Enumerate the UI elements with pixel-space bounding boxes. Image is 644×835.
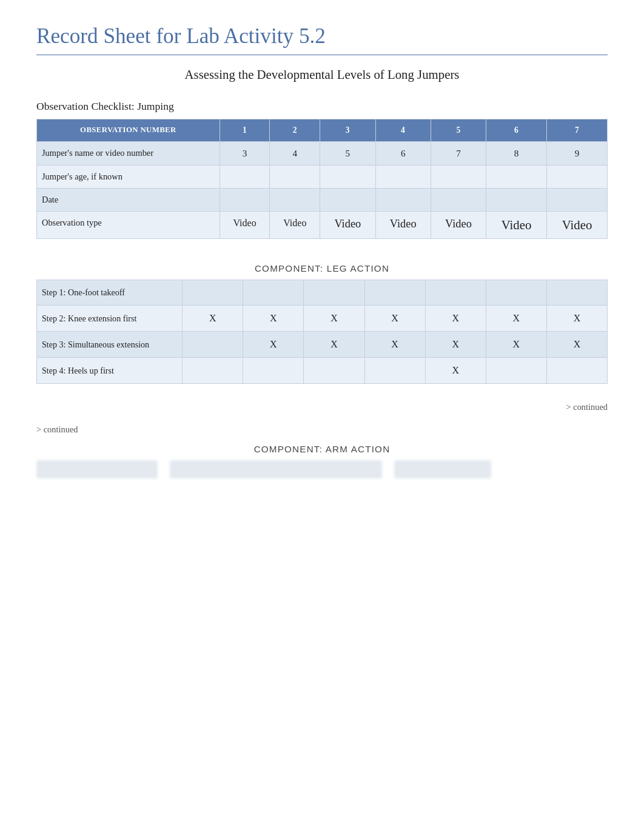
leg-mark-r0-c1 [243,280,304,306]
page-title: Record Sheet for Lab Activity 5.2 [36,24,608,49]
obs-col-7: 7 [547,119,608,142]
obs-cell-r3-c6: Video [547,212,608,239]
leg-mark-r1-c1: X [243,306,304,332]
subtitle: Assessing the Developmental Levels of Lo… [36,67,608,82]
leg-step-label-3: Step 4: Heels up first [37,358,183,384]
arm-action-section: COMPONENT: ARM ACTION [36,444,608,478]
leg-mark-r0-c3 [364,280,425,306]
leg-mark-r2-c1: X [243,332,304,358]
obs-row-label-3: Observation type [37,212,220,239]
obs-cell-r2-c3 [375,189,431,212]
obs-cell-r3-c0: Video [220,212,270,239]
obs-cell-r1-c6 [547,166,608,189]
arm-action-blurred [36,460,608,478]
obs-cell-r1-c5 [486,166,547,189]
title-divider [36,55,608,55]
obs-cell-r0-c3: 6 [375,142,431,166]
obs-cell-r0-c2: 5 [320,142,375,166]
arm-action-title: COMPONENT: ARM ACTION [36,444,608,454]
blur-block-2 [170,460,382,478]
leg-step-label-2: Step 3: Simultaneous extension [37,332,183,358]
obs-cell-r0-c6: 9 [547,142,608,166]
leg-mark-r2-c5: X [486,332,546,358]
leg-mark-r3-c6 [546,358,607,384]
leg-mark-r2-c2: X [304,332,364,358]
obs-cell-r1-c4 [431,166,486,189]
obs-cell-r1-c1 [270,166,320,189]
leg-mark-r3-c3 [364,358,425,384]
obs-cell-r2-c4 [431,189,486,212]
continued-right: > continued [36,402,608,412]
obs-cell-r2-c2 [320,189,375,212]
leg-mark-r2-c0 [183,332,243,358]
leg-mark-r3-c0 [183,358,243,384]
leg-mark-r1-c6: X [546,306,607,332]
obs-cell-r3-c4: Video [431,212,486,239]
obs-cell-r2-c0 [220,189,270,212]
leg-mark-r2-c6: X [546,332,607,358]
leg-mark-r1-c3: X [364,306,425,332]
obs-cell-r0-c0: 3 [220,142,270,166]
obs-cell-r1-c3 [375,166,431,189]
obs-cell-r1-c0 [220,166,270,189]
leg-mark-r0-c5 [486,280,546,306]
observation-table: OBSERVATION NUMBER 1 2 3 4 5 6 7 Jumper'… [36,119,608,239]
leg-mark-r1-c2: X [304,306,364,332]
leg-mark-r0-c0 [183,280,243,306]
obs-row-label-1: Jumper's age, if known [37,166,220,189]
leg-mark-r3-c5 [486,358,546,384]
continued-left: > continued [36,424,608,435]
leg-mark-r3-c2 [304,358,364,384]
obs-cell-r0-c1: 4 [270,142,320,166]
checklist-title: Observation Checklist: Jumping [36,100,608,113]
obs-col-5: 5 [431,119,486,142]
leg-action-table: Step 1: One-foot takeoffStep 2: Knee ext… [36,280,608,384]
leg-mark-r1-c0: X [183,306,243,332]
obs-header-label: OBSERVATION NUMBER [37,119,220,142]
obs-cell-r2-c5 [486,189,547,212]
leg-mark-r2-c4: X [425,332,486,358]
leg-mark-r0-c2 [304,280,364,306]
obs-col-2: 2 [270,119,320,142]
obs-cell-r1-c2 [320,166,375,189]
obs-cell-r0-c5: 8 [486,142,547,166]
obs-row-label-0: Jumper's name or video number [37,142,220,166]
obs-cell-r0-c4: 7 [431,142,486,166]
leg-mark-r1-c5: X [486,306,546,332]
obs-cell-r3-c2: Video [320,212,375,239]
leg-mark-r3-c4: X [425,358,486,384]
leg-action-title: COMPONENT: LEG ACTION [36,263,608,273]
leg-step-label-1: Step 2: Knee extension first [37,306,183,332]
leg-mark-r0-c6 [546,280,607,306]
leg-action-section: COMPONENT: LEG ACTION Step 1: One-foot t… [36,263,608,384]
leg-step-label-0: Step 1: One-foot takeoff [37,280,183,306]
obs-col-4: 4 [375,119,431,142]
obs-cell-r3-c3: Video [375,212,431,239]
leg-mark-r2-c3: X [364,332,425,358]
obs-row-label-2: Date [37,189,220,212]
obs-cell-r3-c5: Video [486,212,547,239]
obs-cell-r2-c6 [547,189,608,212]
leg-mark-r1-c4: X [425,306,486,332]
obs-col-3: 3 [320,119,375,142]
obs-col-1: 1 [220,119,270,142]
leg-mark-r3-c1 [243,358,304,384]
obs-cell-r3-c1: Video [270,212,320,239]
blur-block-3 [394,460,491,478]
leg-mark-r0-c4 [425,280,486,306]
obs-cell-r2-c1 [270,189,320,212]
obs-col-6: 6 [486,119,547,142]
blur-block-1 [36,460,158,478]
